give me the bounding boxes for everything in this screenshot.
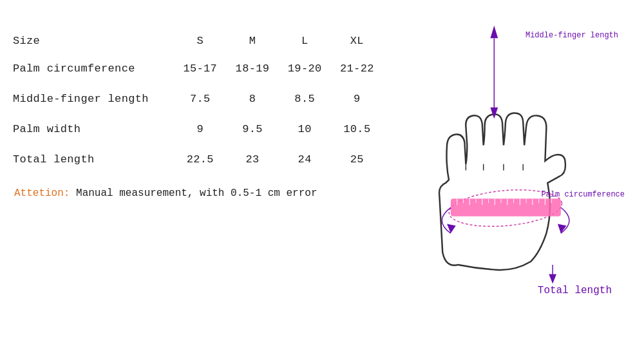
cell-2-1: 9.5 xyxy=(229,114,281,144)
row-label-3: Total length xyxy=(13,144,177,175)
label-palm-circ: Palm circumference xyxy=(541,190,625,199)
svg-marker-6 xyxy=(490,108,498,119)
svg-marker-28 xyxy=(549,274,556,284)
cell-2-3: 10.5 xyxy=(334,114,386,144)
cell-2-0: 9 xyxy=(177,114,229,144)
glove-area: Middle-finger length Palm circumference … xyxy=(386,19,631,316)
table-header-label: Size xyxy=(13,26,177,53)
cell-3-2: 24 xyxy=(282,144,334,175)
table-row: Palm circumference15-1718-1919-2021-22 xyxy=(13,53,386,84)
table-header-l: L xyxy=(282,26,334,53)
row-label-1: Middle-finger length xyxy=(13,84,177,114)
table-row: Palm width99.51010.5 xyxy=(13,114,386,144)
cell-1-0: 7.5 xyxy=(177,84,229,114)
svg-marker-5 xyxy=(490,26,498,39)
cell-1-2: 8.5 xyxy=(282,84,334,114)
cell-0-1: 18-19 xyxy=(229,53,281,84)
cell-3-0: 22.5 xyxy=(177,144,229,175)
cell-1-3: 9 xyxy=(334,84,386,114)
label-total-length: Total length xyxy=(538,285,612,296)
cell-0-3: 21-22 xyxy=(334,53,386,84)
glove-diagram xyxy=(399,19,605,290)
left-section: SizeSMLXLPalm circumference15-1718-1919-… xyxy=(13,19,386,199)
attention-label: Attetion: xyxy=(14,187,70,199)
cell-0-0: 15-17 xyxy=(177,53,229,84)
row-label-2: Palm width xyxy=(13,114,177,144)
cell-3-3: 25 xyxy=(334,144,386,175)
main-container: SizeSMLXLPalm circumference15-1718-1919-… xyxy=(0,0,644,346)
svg-rect-8 xyxy=(451,198,561,216)
table-row: Total length22.5232425 xyxy=(13,144,386,175)
cell-0-2: 19-20 xyxy=(282,53,334,84)
size-table: SizeSMLXLPalm circumference15-1718-1919-… xyxy=(13,26,386,175)
right-section: Middle-finger length Palm circumference … xyxy=(386,19,631,316)
label-middle-finger: Middle-finger length xyxy=(526,31,618,41)
table-header-xl: XL xyxy=(334,26,386,53)
attention-text: Manual measurement, with 0.5-1 cm error xyxy=(70,187,317,199)
cell-3-1: 23 xyxy=(229,144,281,175)
table-row: Middle-finger length7.588.59 xyxy=(13,84,386,114)
attention-row: Attetion: Manual measurement, with 0.5-1… xyxy=(13,187,386,199)
table-header-m: M xyxy=(229,26,281,53)
cell-2-2: 10 xyxy=(282,114,334,144)
cell-1-1: 8 xyxy=(229,84,281,114)
table-header-s: S xyxy=(177,26,229,53)
row-label-0: Palm circumference xyxy=(13,53,177,84)
